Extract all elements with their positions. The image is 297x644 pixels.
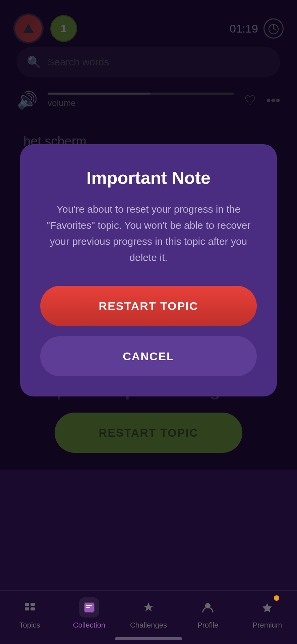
svg-rect-11 (86, 605, 92, 606)
collection-icon (79, 597, 99, 618)
nav-label-topics: Topics (19, 621, 40, 630)
profile-icon (198, 597, 218, 618)
nav-item-collection[interactable]: Collection (59, 597, 119, 630)
nav-label-premium: Premium (252, 621, 282, 630)
premium-icon (257, 597, 277, 618)
modal-restart-button[interactable]: RESTART TOPIC (40, 286, 257, 326)
modal-restart-label: RESTART TOPIC (99, 300, 198, 313)
nav-label-profile: Profile (197, 621, 218, 630)
nav-item-topics[interactable]: Topics (0, 597, 59, 630)
nav-item-profile[interactable]: Profile (178, 597, 238, 630)
challenges-icon (138, 597, 159, 618)
nav-item-premium[interactable]: Premium (238, 597, 297, 630)
nav-label-challenges: Challenges (130, 621, 167, 630)
home-indicator (115, 637, 182, 640)
modal-body: You're about to reset your progress in t… (40, 201, 257, 266)
svg-rect-12 (86, 607, 90, 608)
modal-title: Important Note (86, 168, 211, 188)
modal-cancel-button[interactable]: CANCEL (40, 336, 257, 376)
nav-item-challenges[interactable]: Challenges (119, 597, 178, 630)
nav-label-collection: Collection (73, 621, 106, 630)
svg-rect-8 (31, 607, 35, 610)
confirmation-modal: Important Note You're about to reset you… (20, 144, 277, 396)
svg-rect-7 (25, 607, 29, 610)
bottom-nav: Topics Collection Challenges Pro (0, 590, 297, 644)
svg-rect-5 (25, 603, 29, 606)
modal-cancel-label: CANCEL (123, 350, 174, 363)
svg-rect-6 (31, 603, 35, 606)
topics-icon (20, 597, 40, 618)
